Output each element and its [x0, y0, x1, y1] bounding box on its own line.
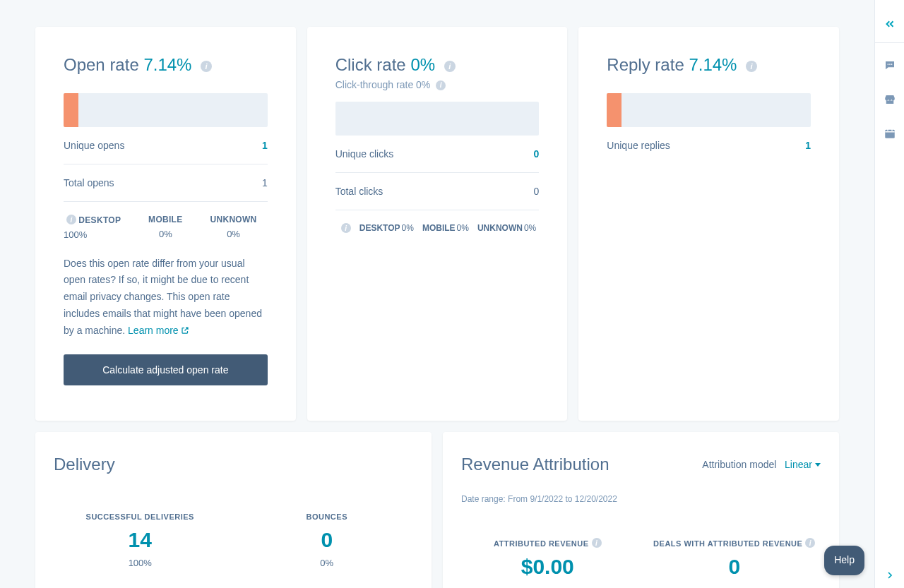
reply-rate-card: Reply rate 7.14% i Unique replies 1 [578, 27, 839, 421]
revenue-date-range: Date range: From 9/1/2022 to 12/20/2022 [461, 494, 821, 504]
chat-icon [884, 59, 896, 72]
click-rate-value: 0% [410, 55, 435, 74]
info-icon[interactable]: i [436, 80, 446, 90]
svg-point-1 [889, 64, 891, 65]
svg-point-2 [891, 64, 892, 65]
desktop-pct: 100% [64, 229, 131, 240]
calculate-adjusted-open-rate-button[interactable]: Calculate adjusted open rate [64, 354, 268, 385]
info-icon[interactable]: i [805, 538, 815, 548]
comments-button[interactable] [875, 49, 905, 83]
attributed-revenue-metric: ATTRIBUTED REVENUEi $0.00 [461, 538, 634, 579]
attributed-revenue-value: $0.00 [461, 555, 634, 579]
reply-rate-label: Reply rate [607, 55, 684, 74]
total-clicks-label: Total clicks [335, 186, 383, 197]
click-device-breakdown: i DESKTOP0% MOBILE0% UNKNOWN0% [335, 210, 540, 233]
reply-rate-value: 7.14% [689, 55, 737, 74]
desktop-label: DESKTOP [359, 223, 400, 233]
open-rate-card: Open rate 7.14% i Unique opens 1 Total o… [35, 27, 296, 421]
info-icon[interactable]: i [592, 538, 602, 548]
click-rate-card: Click rate 0% i Click-through rate 0% i … [307, 27, 568, 421]
open-rate-label: Open rate [64, 55, 139, 74]
successful-deliveries-metric: SUCCESSFUL DELIVERIES 14 100% [54, 512, 227, 568]
click-through-subtitle: Click-through rate 0% i [335, 79, 540, 90]
attribution-model-dropdown[interactable]: Linear [785, 459, 821, 470]
deals-attributed-value: 0 [648, 555, 821, 579]
unknown-pct: 0% [524, 223, 536, 233]
unique-opens-label: Unique opens [64, 140, 124, 151]
revenue-metrics: ATTRIBUTED REVENUEi $0.00 DEALS WITH ATT… [461, 538, 821, 579]
date-range-label: Date range: [461, 494, 506, 504]
chevrons-left-icon [884, 18, 896, 30]
open-rate-title: Open rate 7.14% i [64, 55, 268, 75]
info-icon[interactable]: i [66, 215, 76, 224]
delivery-metrics: SUCCESSFUL DELIVERIES 14 100% BOUNCES 0 … [54, 512, 413, 568]
total-clicks-value: 0 [534, 186, 540, 197]
calendar-icon [884, 127, 896, 140]
help-label: Help [834, 554, 855, 565]
unknown-pct: 0% [199, 229, 267, 239]
click-rate-label: Click rate [335, 55, 406, 74]
expand-sidebar-button[interactable] [875, 570, 905, 581]
mobile-pct: 0% [457, 223, 469, 233]
total-opens-row: Total opens 1 [64, 164, 268, 202]
bounces-label: BOUNCES [241, 512, 414, 521]
delivery-card: Delivery SUCCESSFUL DELIVERIES 14 100% B… [35, 432, 432, 588]
collapse-sidebar-button[interactable] [875, 7, 905, 41]
external-link-icon [181, 326, 189, 335]
info-icon[interactable]: i [444, 61, 456, 72]
unique-replies-row[interactable]: Unique replies 1 [607, 127, 811, 164]
calendar-button[interactable] [875, 116, 905, 150]
ctr-value: 0% [416, 79, 430, 90]
mobile-label: MOBILE [422, 223, 456, 233]
desktop-label: DESKTOP [78, 215, 121, 225]
click-rate-bar [335, 102, 540, 136]
info-icon[interactable]: i [341, 223, 351, 233]
help-button[interactable]: Help [824, 546, 864, 575]
date-range-value: From 9/1/2022 to 12/20/2022 [508, 494, 617, 504]
bounces-pct: 0% [241, 558, 414, 568]
unique-clicks-label: Unique clicks [335, 148, 393, 160]
bottom-row: Delivery SUCCESSFUL DELIVERIES 14 100% B… [35, 432, 839, 588]
reply-rate-title: Reply rate 7.14% i [607, 55, 811, 75]
chevron-down-icon [815, 463, 821, 467]
svg-point-0 [887, 64, 888, 65]
mobile-label: MOBILE [131, 215, 199, 224]
revenue-title: Revenue Attribution [461, 455, 609, 474]
click-rate-title: Click rate 0% i [335, 55, 540, 75]
open-device-breakdown: i DESKTOP 100% MOBILE 0% UNKNOWN 0% [64, 202, 268, 240]
revenue-header: Revenue Attribution Attribution model Li… [461, 455, 821, 474]
mobile-pct: 0% [131, 229, 199, 239]
successful-deliveries-pct: 100% [54, 558, 227, 568]
unique-opens-value: 1 [262, 140, 268, 151]
deals-attributed-label: DEALS WITH ATTRIBUTED REVENUE [653, 539, 802, 548]
unknown-label: UNKNOWN [199, 215, 267, 224]
marketplace-button[interactable] [875, 83, 905, 116]
learn-more-link[interactable]: Learn more [128, 325, 189, 336]
attribution-model-label: Attribution model [702, 459, 776, 470]
open-rate-note: Does this open rate differ from your usu… [64, 256, 268, 340]
dashboard-main: Open rate 7.14% i Unique opens 1 Total o… [0, 0, 874, 588]
successful-deliveries-value[interactable]: 14 [54, 528, 227, 552]
bounces-value[interactable]: 0 [241, 528, 414, 552]
revenue-attribution-card: Revenue Attribution Attribution model Li… [443, 432, 839, 588]
ctr-label: Click-through rate [335, 79, 414, 90]
top-row: Open rate 7.14% i Unique opens 1 Total o… [35, 27, 839, 421]
store-icon [884, 93, 896, 106]
desktop-pct: 0% [402, 223, 414, 233]
total-opens-value: 1 [262, 177, 268, 188]
deals-attributed-metric: DEALS WITH ATTRIBUTED REVENUEi 0 [648, 538, 821, 579]
unique-replies-value: 1 [805, 140, 811, 151]
info-icon[interactable]: i [746, 61, 757, 72]
total-clicks-row: Total clicks 0 [335, 173, 540, 210]
unique-clicks-value: 0 [534, 148, 540, 160]
total-opens-label: Total opens [64, 177, 114, 188]
reply-rate-bar [607, 93, 811, 127]
unique-opens-row[interactable]: Unique opens 1 [64, 127, 268, 164]
open-rate-value: 7.14% [143, 55, 191, 74]
open-rate-bar [64, 93, 268, 127]
successful-deliveries-label: SUCCESSFUL DELIVERIES [54, 512, 227, 521]
open-rate-bar-fill [64, 93, 78, 127]
attributed-revenue-label: ATTRIBUTED REVENUE [494, 539, 589, 548]
unique-clicks-row[interactable]: Unique clicks 0 [335, 136, 540, 173]
info-icon[interactable]: i [201, 61, 212, 72]
